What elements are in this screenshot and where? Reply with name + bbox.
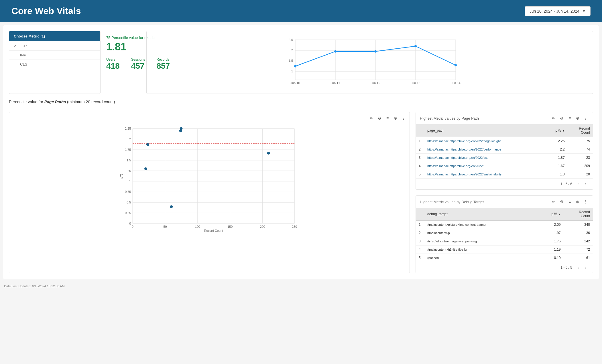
row-num: 1. (416, 221, 424, 229)
footer: Data Last Updated: 6/15/2024 10:12:50 AM (0, 282, 602, 290)
col-num-header (416, 124, 424, 137)
date-range-label: Jun 10, 2024 - Jun 14, 2024 (530, 9, 579, 13)
edit-icon[interactable]: ✏ (550, 115, 557, 121)
debug-col-target[interactable]: debug_target (424, 208, 538, 221)
tables-panel: Highest Metric values by Page Path ✏ ⚙ ≡… (416, 112, 593, 273)
svg-text:0.25: 0.25 (125, 211, 131, 215)
svg-text:0: 0 (132, 225, 133, 228)
scatter-dot-2[interactable] (179, 129, 182, 132)
sliders-icon[interactable]: ⚙ (376, 115, 383, 121)
metric-inp-label: INP (20, 53, 26, 57)
svg-text:p75: p75 (120, 173, 123, 179)
row-num: 3. (416, 237, 424, 246)
table-row: 2. https://almanac.httparchive.org/en/20… (416, 145, 593, 154)
svg-text:250: 250 (292, 225, 297, 228)
debug-table: debug_target p75 ▼ RecordCount 1. #mainc… (416, 208, 593, 262)
svg-text:Jun 12: Jun 12 (371, 81, 380, 85)
row-record: 209 (568, 162, 593, 170)
debug-pagination: 1 - 5 / 5 ‹ › (416, 262, 593, 273)
metric-item-lcp[interactable]: ✓ LCP (9, 41, 100, 51)
metric-item-cls[interactable]: CLS (9, 60, 100, 69)
table-row: 3. https://almanac.httparchive.org/en/20… (416, 154, 593, 162)
check-icon: ✓ (14, 43, 17, 48)
more-icon[interactable]: ⋮ (400, 115, 407, 121)
sliders3-icon[interactable]: ⚙ (558, 199, 565, 205)
debug-col-p75[interactable]: p75 ▼ (538, 208, 564, 221)
metric-list: ✓ LCP INP CLS (9, 41, 100, 69)
prev-page-btn[interactable]: ‹ (575, 181, 581, 187)
sessions-stat: Sessions 457 (131, 58, 145, 71)
row-record: 75 (568, 137, 593, 145)
row-num: 1. (416, 137, 424, 145)
svg-text:Jun 14: Jun 14 (451, 81, 460, 85)
svg-text:0.75: 0.75 (125, 190, 131, 193)
scatter-panel: ⬚ ✏ ⚙ ≡ ⊕ ⋮ (9, 112, 410, 273)
scatter-dot-6[interactable] (170, 205, 173, 208)
col-record-header[interactable]: RecordCount (568, 124, 593, 137)
table-row: 3. #intro>div.intro-image-wrapper>img 1.… (416, 237, 593, 246)
chevron-down-icon: ▼ (582, 9, 586, 13)
metric-item-inp[interactable]: INP (9, 51, 100, 60)
more3-icon[interactable]: ⋮ (583, 199, 589, 205)
sessions-label: Sessions (131, 58, 145, 62)
table-row: 4. https://almanac.httparchive.org/en/20… (416, 162, 593, 170)
svg-text:Jun 13: Jun 13 (411, 81, 420, 85)
svg-text:2: 2 (291, 48, 293, 52)
row-p75: 1.87 (545, 154, 568, 162)
sort-icon: ▼ (562, 129, 565, 132)
search2-icon[interactable]: ⊕ (575, 115, 581, 121)
debug-next-btn[interactable]: › (583, 264, 589, 271)
debug-col-num (416, 208, 424, 221)
next-page-btn[interactable]: › (583, 181, 589, 187)
row-record: 61 (564, 254, 593, 262)
filter2-icon[interactable]: ≡ (566, 115, 573, 121)
row-num: 5. (416, 254, 424, 262)
svg-text:2: 2 (129, 137, 131, 141)
row-num: 4. (416, 246, 424, 254)
page-path-table: page_path p75 ▼ RecordCount 1. https://a… (416, 124, 593, 179)
debug-prev-btn[interactable]: ‹ (575, 264, 581, 271)
row-num: 3. (416, 154, 424, 162)
scatter-dot-3[interactable] (146, 143, 149, 146)
edit3-icon[interactable]: ✏ (550, 199, 557, 205)
debug-table-header-row: debug_target p75 ▼ RecordCount (416, 208, 593, 221)
svg-point-22 (414, 45, 417, 47)
filter-icon[interactable]: ≡ (384, 115, 391, 121)
row-p75: 1.76 (538, 237, 564, 246)
filter3-icon[interactable]: ≡ (566, 199, 573, 205)
table-row: 2. #maincontent>p 1.97 36 (416, 229, 593, 237)
page-path-title: Highest Metric values by Page Path (420, 116, 479, 120)
users-stat: Users 418 (106, 58, 120, 71)
sort2-icon: ▼ (558, 213, 561, 216)
line-chart-svg: 2.5 2 1.5 1 Jun 10 Jun 11 Jun 12 Jun 13 … (149, 34, 590, 86)
debug-col-record[interactable]: RecordCount (564, 208, 593, 221)
svg-text:1: 1 (129, 179, 131, 183)
rect-select-icon[interactable]: ⬚ (360, 115, 367, 121)
col-p75-header[interactable]: p75 ▼ (545, 124, 568, 137)
pencil-icon[interactable]: ✏ (368, 115, 375, 121)
row-p75: 1.19 (538, 246, 564, 254)
search3-icon[interactable]: ⊕ (575, 199, 581, 205)
row-num: 2. (416, 229, 424, 237)
scatter-dot-4[interactable] (267, 152, 270, 155)
row-record: 72 (564, 246, 593, 254)
svg-point-20 (334, 50, 337, 53)
svg-point-19 (294, 65, 296, 68)
users-value: 418 (106, 62, 120, 71)
section-title-italic: Page Paths (44, 100, 66, 104)
row-record: 74 (568, 145, 593, 154)
metric-cls-label: CLS (20, 62, 27, 66)
scatter-dot-5[interactable] (144, 167, 147, 170)
row-p75: 2.09 (538, 221, 564, 229)
more2-icon[interactable]: ⋮ (583, 115, 589, 121)
choose-metric-button[interactable]: Choose Metric (1) (9, 31, 100, 41)
row-debug: #maincontent>h1.title.title-lg (424, 246, 538, 254)
row-debug: (not set) (424, 254, 538, 262)
table-row: 1. #maincontent>picture>img.content-bann… (416, 221, 593, 229)
row-p75: 1.67 (545, 162, 568, 170)
metric-selector: Choose Metric (1) ✓ LCP INP CLS (9, 31, 101, 94)
col-path-header[interactable]: page_path (424, 124, 545, 137)
date-range-picker[interactable]: Jun 10, 2024 - Jun 14, 2024 ▼ (525, 6, 591, 16)
sliders2-icon[interactable]: ⚙ (558, 115, 565, 121)
search-icon[interactable]: ⊕ (392, 115, 399, 121)
